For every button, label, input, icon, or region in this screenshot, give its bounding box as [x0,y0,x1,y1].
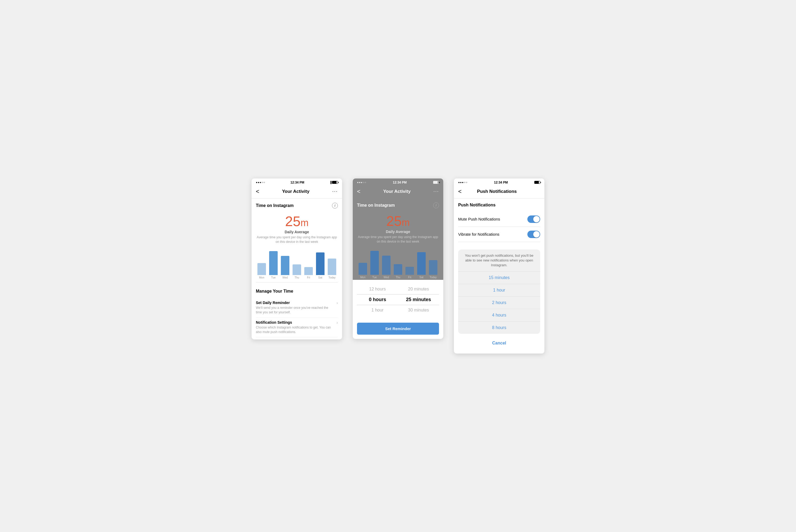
bar-label-wed: Wed [283,276,288,279]
bar-label-today: Today [328,276,336,279]
mute-toggle-row[interactable]: Mute Push Notifications [458,212,540,227]
s2-bar-col-fri: Fri [404,267,416,279]
manage-item-reminder-text: Set Daily Reminder We'll send you a remi… [256,301,334,315]
screen1-nav-title: Your Activity [282,189,309,194]
screen1-more-button[interactable]: ··· [332,189,338,194]
screen1-signal-dots: ●●●○○ [256,181,265,184]
screen1-bar-chart: Mon Tue Wed Thu Fri Sat [252,248,342,280]
s2-bar-col-today: Today [427,260,439,279]
screen1-info-icon[interactable]: i [332,203,338,209]
s2-bar-label-sat: Sat [419,276,423,279]
bar-today [328,259,336,275]
screen3-back-button[interactable]: < [458,188,462,195]
bar-thu [293,264,301,275]
s2-bar-label-thu: Thu [396,276,400,279]
screen1-battery-icon [332,181,338,184]
hours-above: 12 hours [357,284,398,294]
s2-bar-today [429,260,437,275]
hours-column[interactable]: 12 hours 0 hours 1 hour [357,284,398,315]
bar-col-mon: Mon [256,263,268,279]
manage-item-notifications-desc: Choose which Instagram notifications to … [256,325,334,334]
action-sheet-item-4hours[interactable]: 4 hours [458,309,540,322]
vibrate-toggle-row[interactable]: Vibrate for Notifications [458,227,540,242]
screen2-daily-average: 25m Daily Average Average time you spent… [353,210,443,248]
s2-bar-sat [417,252,426,275]
screen3-status-bar: ●●●○○ 12:34 PM [454,178,544,186]
screen2-signal-dots: ●●●○○ [357,181,366,184]
screen1-section-header: Time on Instagram i [252,198,342,211]
screenshots-container: ●●●○○ 12:34 PM ▐ < Your Activity ··· Tim… [230,163,566,370]
vibrate-toggle-label: Vibrate for Notifications [458,232,500,236]
hours-selected[interactable]: 0 hours [357,294,398,305]
screen2: ●●●○○ 12:34 PM < Your Activity ··· Time … [353,178,443,339]
screen1-time: 12:34 PM [290,180,304,184]
screen3-action-sheet: You won't get push notifications, but yo… [458,249,540,334]
s2-bar-tue [370,251,379,275]
screen2-nav-title: Your Activity [383,189,411,194]
screen2-section-title: Time on Instagram [357,203,395,208]
bar-wed [281,256,289,275]
screen3-nav-bar: < Push Notifications [454,186,544,198]
screen3-push-notif-title: Push Notifications [458,203,540,208]
bar-label-sat: Sat [318,276,322,279]
screen1-nav-bar: < Your Activity ··· [252,186,342,198]
action-sheet-item-15min[interactable]: 15 minutes [458,271,540,284]
screen1-battery: ▐ [330,181,338,184]
s2-bar-col-wed: Wed [380,255,392,279]
action-sheet-item-8hours[interactable]: 8 hours [458,322,540,334]
reminder-chevron-icon: › [337,301,338,305]
bar-mon [257,263,266,275]
screen2-daily-label: Daily Average [357,230,439,234]
screen2-bar-chart: Mon Tue Wed Thu Fri Sat [353,248,443,280]
screen1-daily-average: 25m Daily Average Average time you spent… [252,211,342,248]
bar-col-tue: Tue [268,251,279,279]
time-picker-wheel[interactable]: 12 hours 0 hours 1 hour 20 minutes 25 mi… [357,284,439,315]
screen3-battery-icon [534,181,540,184]
screen1-big-time: 25m [256,213,338,229]
screen2-more-button[interactable]: ··· [433,189,439,194]
screen1-chart-divider [256,282,338,283]
set-reminder-button[interactable]: Set Reminder [357,323,439,335]
action-sheet-item-1hour[interactable]: 1 hour [458,284,540,297]
bar-label-mon: Mon [259,276,264,279]
action-sheet-cancel-button[interactable]: Cancel [458,337,540,349]
manage-item-reminder-title: Set Daily Reminder [256,301,334,305]
bar-label-fri: Fri [307,276,310,279]
screen2-nav-bar: < Your Activity ··· [353,186,443,198]
screen3-battery [534,181,540,184]
bar-col-fri: Fri [303,267,314,279]
minutes-selected[interactable]: 25 minutes [398,294,439,305]
screen2-back-button[interactable]: < [357,188,360,195]
s2-bar-col-tue: Tue [369,251,380,279]
bar-col-thu: Thu [291,264,303,279]
s2-bar-wed [382,255,391,275]
screen2-status-bar: ●●●○○ 12:34 PM [353,178,443,186]
screen3-time: 12:34 PM [494,180,508,184]
s2-bar-thu [394,264,402,275]
bar-col-sat: Sat [314,252,326,279]
s2-bar-col-sat: Sat [416,252,427,279]
screen2-section-header: Time on Instagram i [353,198,443,210]
manage-item-notifications[interactable]: Notification Settings Choose which Insta… [256,318,338,337]
bar-label-thu: Thu [294,276,299,279]
screen3: ●●●○○ 12:34 PM < Push Notifications Push… [454,178,544,354]
manage-item-reminder[interactable]: Set Daily Reminder We'll send you a remi… [256,298,338,318]
screen3-push-notif-section: Push Notifications Mute Push Notificatio… [454,198,544,246]
mute-toggle-switch[interactable] [527,215,540,223]
screen1: ●●●○○ 12:34 PM ▐ < Your Activity ··· Tim… [252,178,342,339]
screen2-time: 12:34 PM [393,180,407,184]
bar-fri [304,267,313,275]
screen1-status-bar: ●●●○○ 12:34 PM ▐ [252,178,342,186]
manage-item-notifications-title: Notification Settings [256,320,334,324]
screen2-info-icon[interactable]: i [433,203,439,208]
screen1-back-button[interactable]: < [256,188,259,195]
s2-bar-label-today: Today [430,276,437,279]
screen2-battery-icon [433,181,439,184]
screen2-time-picker[interactable]: 12 hours 0 hours 1 hour 20 minutes 25 mi… [353,280,443,320]
vibrate-toggle-switch[interactable] [527,231,540,238]
s2-bar-col-mon: Mon [357,263,369,279]
minutes-column[interactable]: 20 minutes 25 minutes 30 minutes [398,284,439,315]
minutes-above: 20 minutes [398,284,439,294]
s2-bar-mon [359,263,367,275]
action-sheet-item-2hours[interactable]: 2 hours [458,297,540,309]
